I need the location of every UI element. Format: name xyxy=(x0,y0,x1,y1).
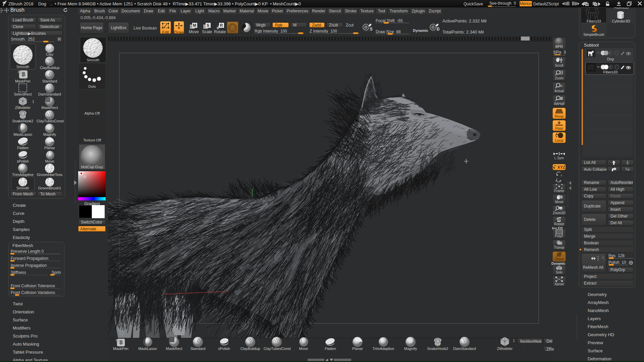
svg-text:BPR: BPR xyxy=(555,45,563,49)
svg-text:M: M xyxy=(193,23,196,28)
svg-text:y: y xyxy=(561,174,562,177)
svg-text:x1: x1 xyxy=(559,84,563,87)
svg-text:D: D xyxy=(437,26,439,32)
svg-text:S: S xyxy=(207,23,209,28)
svg-text:z: z xyxy=(555,179,557,182)
svg-text:S: S xyxy=(370,26,372,32)
svg-text:R: R xyxy=(220,23,223,28)
